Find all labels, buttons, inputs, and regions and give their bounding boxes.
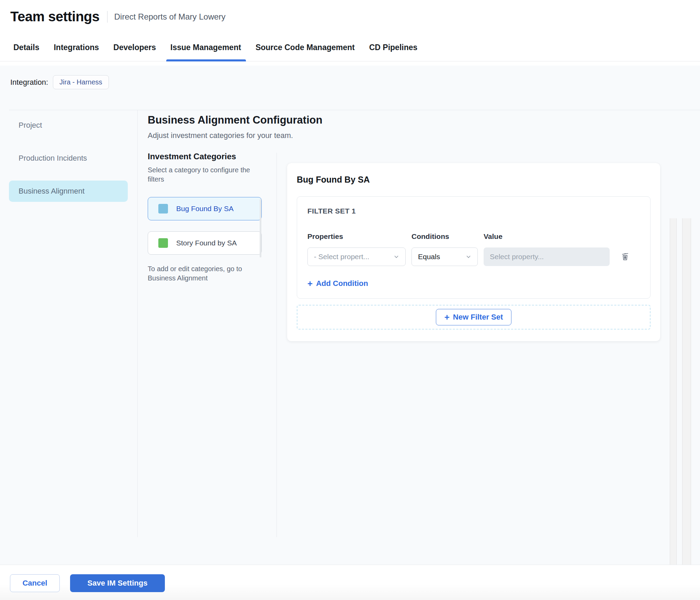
tab-issue-management[interactable]: Issue Management — [170, 43, 241, 61]
tab-label: Source Code Management — [256, 43, 355, 52]
category-label: Story Found by SA — [176, 239, 237, 247]
tab-bar: Details Integrations Developers Issue Ma… — [0, 24, 700, 61]
integration-label: Integration: — [10, 78, 48, 87]
chevron-down-icon — [465, 253, 472, 260]
investment-categories-column: Investment Categories Select a category … — [148, 152, 268, 283]
chevron-down-icon — [393, 253, 400, 260]
sidebar-item-label: Production Incidents — [19, 154, 87, 163]
categories-divider — [276, 153, 277, 537]
save-im-settings-button[interactable]: Save IM Settings — [70, 574, 165, 592]
config-card-title: Bug Found By SA — [297, 175, 651, 185]
sidebar-item-business-alignment[interactable]: Business Alignment — [9, 181, 128, 202]
tab-label: Issue Management — [170, 43, 241, 52]
add-condition-label: Add Condition — [316, 279, 368, 288]
tab-source-code-management[interactable]: Source Code Management — [256, 43, 355, 61]
tab-active-underline — [166, 59, 246, 61]
category-config-card: Bug Found By SA FILTER SET 1 Properties … — [287, 163, 660, 341]
tab-label: CD Pipelines — [369, 43, 418, 52]
sidebar-item-label: Business Alignment — [19, 187, 84, 196]
categories-note: To add or edit categories, go to Busines… — [148, 264, 258, 283]
integration-chip[interactable]: Jira - Harness — [53, 75, 109, 89]
category-label: Bug Found By SA — [176, 205, 234, 213]
conditions-select-value: Equals — [418, 253, 440, 261]
settings-sidebar: Project Production Incidents Business Al… — [0, 110, 137, 214]
value-column-header: Value — [484, 232, 610, 241]
investment-categories-description: Select a category to configure the filte… — [148, 165, 262, 184]
page-header: Team settings Direct Reports of Mary Low… — [0, 0, 700, 24]
tab-label: Details — [13, 43, 39, 52]
condition-row: - Select propert... Equals — [307, 247, 640, 266]
sidebar-item-production-incidents[interactable]: Production Incidents — [9, 148, 128, 169]
trash-icon — [620, 252, 630, 261]
integration-row: Integration: Jira - Harness — [0, 66, 700, 89]
add-condition-button[interactable]: + Add Condition — [307, 279, 368, 288]
filter-set-box: FILTER SET 1 Properties Conditions Value… — [297, 196, 651, 299]
investment-categories-heading: Investment Categories — [148, 152, 268, 161]
properties-select[interactable]: - Select propert... — [307, 247, 406, 266]
properties-column-header: Properties — [307, 232, 406, 241]
footer-actions: Cancel Save IM Settings — [0, 565, 700, 592]
conditions-column-header: Conditions — [411, 232, 478, 241]
section-title: Business Alignment Configuration — [148, 114, 323, 126]
plus-icon: + — [307, 280, 313, 287]
categories-scrollbar[interactable] — [260, 199, 261, 257]
tab-label: Integrations — [54, 43, 99, 52]
plus-icon: + — [444, 314, 450, 321]
category-bug-found-by-sa[interactable]: Bug Found By SA — [148, 197, 262, 220]
delete-condition-button[interactable] — [619, 250, 631, 264]
sidebar-item-project[interactable]: Project — [9, 115, 128, 136]
category-color-swatch — [158, 238, 168, 248]
tab-details[interactable]: Details — [13, 43, 39, 61]
team-settings-page: Team settings Direct Reports of Mary Low… — [0, 0, 700, 600]
condition-headers-row: Properties Conditions Value — [307, 232, 640, 241]
tab-integrations[interactable]: Integrations — [54, 43, 99, 61]
right-scroll-track[interactable] — [670, 218, 677, 600]
conditions-select[interactable]: Equals — [411, 247, 478, 266]
tab-developers[interactable]: Developers — [113, 43, 156, 61]
business-alignment-main: Business Alignment Configuration Adjust … — [137, 110, 700, 565]
filter-set-label: FILTER SET 1 — [307, 207, 640, 215]
properties-select-value: - Select propert... — [314, 253, 369, 261]
content-area: Integration: Jira - Harness Project Prod… — [0, 66, 700, 565]
tab-cd-pipelines[interactable]: CD Pipelines — [369, 43, 418, 61]
category-story-found-by-sa[interactable]: Story Found by SA — [148, 231, 262, 255]
section-subtitle: Adjust investment categories for your te… — [148, 131, 293, 140]
new-filter-set-label: New Filter Set — [453, 313, 503, 322]
footer-bar: Cancel Save IM Settings — [0, 565, 700, 600]
tab-label: Developers — [113, 43, 156, 52]
new-filter-set-button[interactable]: + New Filter Set — [436, 309, 512, 325]
title-divider — [107, 11, 108, 23]
value-input[interactable] — [484, 247, 610, 266]
page-subtitle: Direct Reports of Mary Lowery — [114, 12, 226, 22]
sidebar-item-label: Project — [19, 121, 42, 130]
new-filter-set-zone: + New Filter Set — [297, 305, 651, 330]
page-title: Team settings — [10, 9, 100, 24]
category-color-swatch — [158, 204, 168, 214]
right-scroll-track[interactable] — [682, 218, 691, 600]
cancel-button[interactable]: Cancel — [10, 574, 60, 592]
